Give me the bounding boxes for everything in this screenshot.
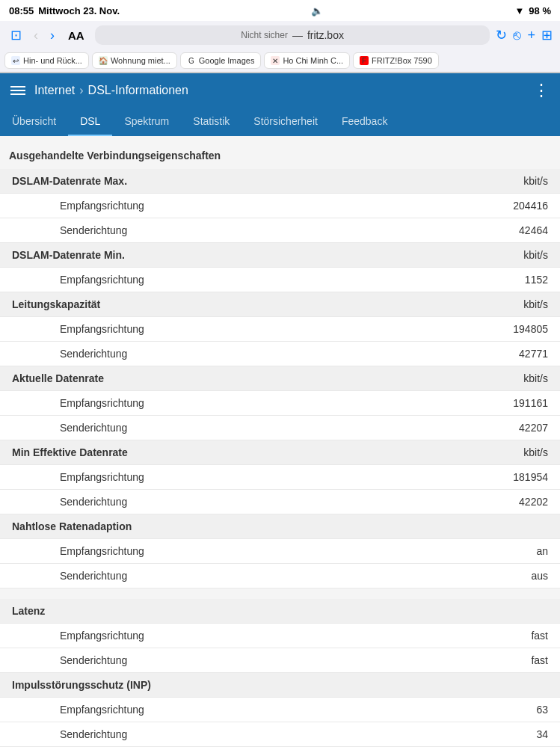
browser-tab[interactable]: ↩ Hin- und Rück...	[4, 52, 89, 69]
row-label: Empfangsrichtung	[60, 630, 144, 642]
table-row: Empfangsrichtung194805	[0, 317, 560, 342]
browser-tab[interactable]: F FRITZ!Box 7590	[353, 52, 439, 69]
row-value: 42202	[519, 496, 548, 508]
breadcrumb-dsl-info: DSL-Informationen	[88, 84, 188, 97]
browser-tab[interactable]: G Google Images	[180, 52, 262, 69]
row-value: kbit/s	[523, 446, 548, 458]
tab-favicon: ✕	[271, 56, 280, 65]
browser-tab[interactable]: 🏠 Wohnung miet...	[92, 52, 177, 69]
fritz-breadcrumb: Internet › DSL-Informationen	[34, 84, 188, 97]
table-row: Empfangsrichtung181954	[0, 465, 560, 490]
row-value: kbit/s	[523, 175, 548, 187]
date: Mittwoch 23. Nov.	[38, 5, 120, 16]
table-row: Senderichtungfast	[0, 648, 560, 673]
browser-chrome: ⊡ ‹ › AA Nicht sicher — fritz.box ↻ ⎋ + …	[0, 21, 560, 73]
tabs-overview-button[interactable]: ⊞	[541, 27, 553, 43]
tab-label: Wohnung miet...	[111, 56, 170, 65]
page-tab-statistik[interactable]: Statistik	[181, 108, 241, 136]
table-row: Senderichtung42202	[0, 490, 560, 514]
back-button[interactable]: ‹	[31, 26, 41, 45]
row-label: Senderichtung	[60, 422, 127, 434]
row-value: 181954	[513, 471, 548, 483]
battery: 98 %	[529, 5, 551, 16]
tab-label: FRITZ!Box 7590	[372, 56, 432, 65]
row-value: fast	[531, 654, 548, 666]
row-value: 191161	[513, 397, 548, 409]
page-tab-ubersicht[interactable]: Übersicht	[0, 108, 68, 136]
main-content: Ausgehandelte Verbindungseigenschaften D…	[0, 136, 560, 747]
row-label: Empfangsrichtung	[60, 397, 144, 409]
row-value: 34	[536, 728, 548, 740]
breadcrumb-internet[interactable]: Internet	[34, 84, 75, 97]
table-row: Senderichtung42464	[0, 218, 560, 243]
sidebar-toggle-button[interactable]: ⊡	[7, 25, 25, 45]
share-button[interactable]: ⎋	[513, 28, 521, 43]
table-row: Aktuelle Datenratekbit/s	[0, 366, 560, 391]
toolbar-actions: ↻ ⎋ + ⊞	[496, 27, 553, 43]
row-label: Senderichtung	[60, 496, 127, 508]
tab-label: Google Images	[199, 56, 255, 65]
row-label: Aktuelle Datenrate	[12, 372, 104, 384]
status-bar: 08:55 Mittwoch 23. Nov. 🔈 ▼ 98 %	[0, 0, 560, 21]
table-row: Empfangsrichtung63	[0, 698, 560, 722]
row-label: Empfangsrichtung	[60, 704, 144, 716]
address-separator: —	[292, 29, 303, 41]
row-label: Nahtlose Ratenadaption	[12, 520, 132, 532]
forward-button[interactable]: ›	[47, 26, 58, 45]
browser-tabs: ↩ Hin- und Rück... 🏠 Wohnung miet... G G…	[0, 49, 560, 73]
hamburger-menu[interactable]	[10, 86, 25, 95]
tab-label: Ho Chi Minh C...	[283, 56, 343, 65]
row-label: Empfangsrichtung	[60, 274, 144, 286]
page-tab-feedback[interactable]: Feedback	[330, 108, 399, 136]
reload-button[interactable]: ↻	[496, 27, 507, 43]
section-title: Ausgehandelte Verbindungseigenschaften	[0, 145, 560, 169]
row-value: 204416	[513, 200, 548, 212]
row-label: Impulsstörungsschutz (INP)	[12, 679, 151, 691]
table-row: Senderichtungaus	[0, 564, 560, 588]
table-row: Impulsstörungsschutz (INP)	[0, 673, 560, 698]
divider	[0, 588, 560, 599]
more-options-button[interactable]: ⋮	[533, 81, 550, 100]
table-row: Empfangsrichtungfast	[0, 624, 560, 648]
tab-favicon: ↩	[11, 56, 20, 65]
row-label: Empfangsrichtung	[60, 200, 144, 212]
table-row: Leitungskapazitätkbit/s	[0, 292, 560, 317]
tab-favicon: F	[360, 56, 369, 65]
page-tab-spektrum[interactable]: Spektrum	[112, 108, 181, 136]
row-value: 42464	[519, 224, 548, 236]
table-row: Nahtlose Ratenadaption	[0, 514, 560, 539]
table-row: Senderichtung42207	[0, 416, 560, 440]
page-tabs: ÜbersichtDSLSpektrumStatistikStörsicherh…	[0, 108, 560, 136]
table-row: Senderichtung42771	[0, 342, 560, 366]
row-label: Empfangsrichtung	[60, 545, 144, 557]
browser-tab[interactable]: ✕ Ho Chi Minh C...	[264, 52, 350, 69]
row-value: 63	[536, 704, 548, 716]
table-row: Latenz	[0, 599, 560, 624]
breadcrumb-separator: ›	[79, 84, 83, 97]
table-row: Empfangsrichtung1152	[0, 268, 560, 292]
table-row: DSLAM-Datenrate Max.kbit/s	[0, 169, 560, 194]
row-label: Empfangsrichtung	[60, 323, 144, 335]
row-value: kbit/s	[523, 249, 548, 261]
row-label: Senderichtung	[60, 224, 127, 236]
page-tab-storsicherheit[interactable]: Störsicherheit	[241, 108, 330, 136]
address-host: fritz.box	[307, 29, 344, 41]
page-tab-dsl[interactable]: DSL	[68, 108, 112, 136]
row-label: Min Effektive Datenrate	[12, 446, 128, 458]
row-label: DSLAM-Datenrate Max.	[12, 175, 127, 187]
tab-label: Hin- und Rück...	[23, 56, 82, 65]
new-tab-button[interactable]: +	[527, 28, 535, 43]
tab-favicon: G	[187, 56, 196, 65]
table-row: DSLAM-Datenrate Min.kbit/s	[0, 243, 560, 268]
volume-icon: 🔈	[311, 5, 323, 16]
row-value: 42207	[519, 422, 548, 434]
connection-table: DSLAM-Datenrate Max.kbit/sEmpfangsrichtu…	[0, 169, 560, 747]
fritz-nav-bar: Internet › DSL-Informationen ⋮	[0, 73, 560, 108]
row-value: 194805	[513, 323, 548, 335]
table-row: Empfangsrichtung191161	[0, 391, 560, 416]
table-row: Empfangsrichtung204416	[0, 194, 560, 218]
address-bar[interactable]: Nicht sicher — fritz.box	[95, 25, 490, 45]
table-row: Min Effektive Datenratekbit/s	[0, 440, 560, 465]
reader-mode-button[interactable]: AA	[64, 28, 89, 43]
time: 08:55	[9, 5, 34, 16]
